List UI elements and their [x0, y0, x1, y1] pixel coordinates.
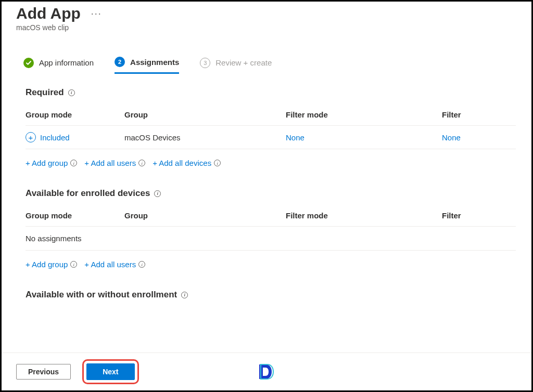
add-group-link[interactable]: + Add group i — [26, 260, 77, 269]
next-button-highlight: Next — [82, 359, 138, 384]
info-icon[interactable]: i — [68, 89, 75, 96]
footer-bar: Previous Next — [2, 352, 531, 390]
col-filter-mode: Filter mode — [286, 110, 442, 119]
group-mode-selector[interactable]: + Included — [26, 132, 124, 142]
col-filter: Filter — [442, 211, 516, 220]
col-group: Group — [124, 211, 286, 220]
table-header-row: Group mode Group Filter mode Filter — [26, 211, 516, 227]
col-group-mode: Group mode — [26, 110, 124, 119]
section-available-any: Available with or without enrollment i — [16, 290, 517, 300]
filter-mode-link[interactable]: None — [286, 133, 442, 142]
section-title-available-enrolled: Available for enrolled devices i — [26, 188, 516, 199]
wizard-tab-review-create[interactable]: 3 Review + create — [200, 57, 272, 74]
more-options-button[interactable]: ··· — [91, 8, 102, 19]
no-assignments-text: No assignments — [26, 227, 516, 251]
filter-link[interactable]: None — [442, 133, 516, 142]
section-required: Required i Group mode Group Filter mode … — [16, 87, 517, 167]
plus-circle-icon: + — [26, 132, 36, 142]
previous-button[interactable]: Previous — [16, 364, 71, 380]
required-table: Group mode Group Filter mode Filter + In… — [26, 110, 516, 149]
table-row: + Included macOS Devices None None — [26, 126, 516, 149]
next-button[interactable]: Next — [86, 363, 134, 380]
check-circle-icon — [23, 58, 34, 68]
add-all-devices-link[interactable]: + Add all devices i — [153, 159, 221, 167]
info-icon[interactable]: i — [70, 261, 77, 268]
info-icon[interactable]: i — [138, 261, 145, 268]
add-all-users-link[interactable]: + Add all users i — [84, 159, 145, 167]
app-frame: Add App ··· macOS web clip App informati… — [0, 0, 533, 392]
section-title-text: Available with or without enrollment — [26, 290, 177, 300]
wizard-tab-label: Review + create — [215, 58, 272, 67]
col-filter-mode: Filter mode — [286, 211, 442, 220]
info-icon[interactable]: i — [181, 292, 188, 298]
wizard-tab-assignments[interactable]: 2 Assignments — [115, 57, 179, 74]
main-content: Add App ··· macOS web clip App informati… — [2, 2, 531, 300]
wizard-tabs: App information 2 Assignments 3 Review +… — [16, 57, 517, 74]
wizard-tab-label: Assignments — [130, 58, 179, 67]
required-actions: + Add group i + Add all users i + Add al… — [26, 159, 516, 167]
info-icon[interactable]: i — [138, 160, 145, 166]
col-group-mode: Group mode — [26, 211, 124, 220]
col-group: Group — [124, 110, 286, 119]
section-title-text: Required — [26, 87, 64, 98]
col-filter: Filter — [442, 110, 516, 119]
wizard-tab-app-information[interactable]: App information — [23, 57, 94, 74]
page-subtitle: macOS web clip — [16, 23, 517, 32]
header: Add App ··· — [16, 5, 517, 22]
available-enrolled-table: Group mode Group Filter mode Filter No a… — [26, 211, 516, 251]
add-all-users-link[interactable]: + Add all users i — [84, 260, 145, 269]
step-number-icon: 3 — [200, 58, 210, 68]
section-title-required: Required i — [26, 87, 516, 98]
section-title-available-any: Available with or without enrollment i — [26, 290, 516, 300]
wizard-tab-label: App information — [39, 58, 94, 67]
available-enrolled-actions: + Add group i + Add all users i — [26, 260, 516, 269]
brand-logo-icon — [256, 361, 277, 382]
info-icon[interactable]: i — [214, 160, 221, 166]
group-value: macOS Devices — [124, 133, 286, 142]
step-number-icon: 2 — [115, 57, 125, 67]
info-icon[interactable]: i — [154, 190, 161, 197]
page-title: Add App — [16, 5, 81, 22]
add-group-link[interactable]: + Add group i — [26, 159, 77, 167]
group-mode-value: Included — [40, 133, 70, 142]
info-icon[interactable]: i — [70, 160, 77, 166]
section-title-text: Available for enrolled devices — [26, 188, 150, 199]
table-header-row: Group mode Group Filter mode Filter — [26, 110, 516, 126]
section-available-enrolled: Available for enrolled devices i Group m… — [16, 188, 517, 269]
